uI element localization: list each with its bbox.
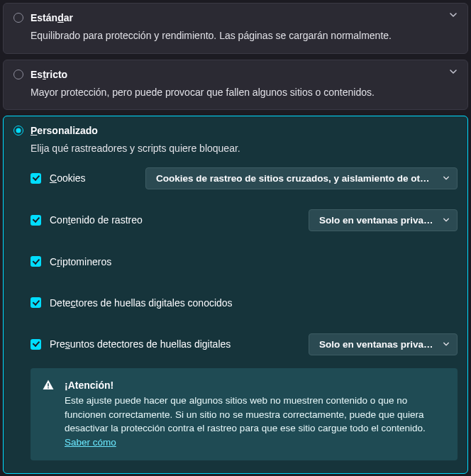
- checkbox-fingerprint-suspect[interactable]: [31, 339, 41, 350]
- dropdown-fingerprint-suspect[interactable]: Solo en ventanas privadas: [309, 333, 458, 355]
- chevron-down-icon: [443, 175, 450, 182]
- option-fingerprint-suspect-row: Presuntos detectores de huellas digitale…: [31, 333, 458, 355]
- label-fingerprint-suspect: Presuntos detectores de huellas digitale…: [50, 338, 231, 350]
- panel-strict-desc: Mayor protección, pero puede provocar qu…: [31, 86, 458, 100]
- panel-standard-title: Estándar: [31, 12, 73, 23]
- warning-body: Este ajuste puede hacer que algunos siti…: [65, 394, 446, 449]
- chevron-down-icon[interactable]: [449, 67, 458, 76]
- panel-custom-desc: Elija qué rastreadores y scripts quiere …: [31, 142, 458, 156]
- panel-strict[interactable]: Estricto Mayor protección, pero puede pr…: [3, 60, 468, 111]
- checkbox-tracking[interactable]: [31, 215, 41, 226]
- checkbox-crypto[interactable]: [31, 256, 41, 267]
- warning-box: ¡Atención! Este ajuste puede hacer que a…: [31, 368, 458, 461]
- panel-strict-title: Estricto: [31, 69, 67, 80]
- label-fingerprint-known: Detectores de huellas digitales conocido…: [50, 297, 233, 309]
- panel-custom: Personalizado Elija qué rastreadores y s…: [3, 116, 468, 474]
- label-cookies: Cookies: [50, 172, 86, 184]
- warning-icon: [42, 379, 55, 392]
- panel-custom-title: Personalizado: [31, 125, 98, 136]
- panel-standard[interactable]: Estándar Equilibrado para protección y r…: [3, 3, 468, 54]
- svg-rect-1: [48, 387, 49, 389]
- dropdown-tracking[interactable]: Solo en ventanas privadas: [309, 209, 458, 231]
- panel-strict-header[interactable]: Estricto: [13, 69, 458, 80]
- dropdown-cookies[interactable]: Cookies de rastreo de sitios cruzados, y…: [145, 167, 458, 189]
- panel-standard-desc: Equilibrado para protección y rendimient…: [31, 29, 458, 43]
- checkbox-fingerprint-known[interactable]: [31, 297, 41, 308]
- option-crypto-row: Criptomineros: [31, 251, 458, 272]
- panel-standard-header[interactable]: Estándar: [13, 12, 458, 23]
- option-cookies-row: Cookies Cookies de rastreo de sitios cru…: [31, 167, 458, 189]
- chevron-down-icon[interactable]: [449, 11, 458, 19]
- chevron-down-icon: [443, 341, 450, 348]
- warning-title: ¡Atención!: [65, 378, 446, 392]
- option-tracking-row: Contenido de rastreo Solo en ventanas pr…: [31, 209, 458, 231]
- label-tracking: Contenido de rastreo: [50, 214, 143, 226]
- chevron-down-icon: [443, 216, 450, 223]
- radio-strict[interactable]: [13, 70, 23, 79]
- custom-options: Cookies Cookies de rastreo de sitios cru…: [31, 167, 458, 355]
- panel-custom-header[interactable]: Personalizado: [13, 125, 458, 136]
- checkbox-cookies[interactable]: [31, 173, 41, 184]
- radio-standard[interactable]: [13, 13, 23, 23]
- option-fingerprint-known-row: Detectores de huellas digitales conocido…: [31, 292, 458, 314]
- warning-link[interactable]: Saber cómo: [65, 437, 116, 448]
- label-crypto: Criptomineros: [50, 256, 111, 267]
- radio-custom[interactable]: [13, 126, 23, 135]
- svg-rect-0: [48, 383, 49, 387]
